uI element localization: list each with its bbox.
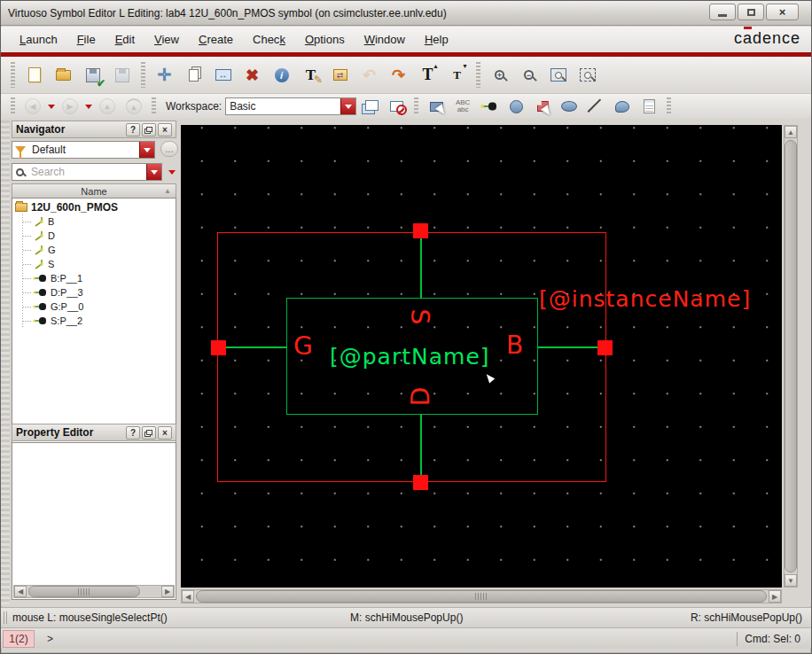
pin-tool-button[interactable] [479,97,500,116]
delete-button[interactable]: ✖ [240,63,264,87]
filter-dropdown-button[interactable] [139,142,154,158]
check-and-save-button[interactable]: ✔ [81,63,105,87]
toolbar-grip[interactable] [414,97,418,115]
pin-label-b[interactable]: B [506,331,523,360]
properties-button[interactable]: i [269,63,293,87]
back-dropdown-caret[interactable] [48,105,55,109]
tree-item-pin[interactable]: G:P__0 [15,300,176,314]
toolbar-grip[interactable] [667,97,671,115]
tree-item-cell[interactable]: 12U_600n_PMOS [15,200,176,214]
workspace-dropdown-button[interactable] [340,98,355,114]
decrease-text-size-button[interactable]: T▼ [445,63,469,87]
property-editor-float-button[interactable] [142,426,156,440]
toolbar-grip[interactable] [152,97,156,115]
instance-name-label[interactable]: [@instanceName] [539,286,751,312]
copy-button[interactable] [182,63,206,87]
scroll-left-button[interactable]: ◀ [14,586,27,597]
forward-dropdown-caret[interactable] [85,105,92,109]
toolbar-grip[interactable] [141,62,145,88]
undo-button[interactable]: ↶ [357,63,381,87]
pin-handle-left[interactable] [211,340,226,355]
close-button[interactable]: × [766,4,799,20]
symbol-canvas[interactable]: S D G B [@partName] [@instanceName] [181,125,782,588]
property-editor-close-button[interactable]: × [158,426,172,440]
scroll-thumb[interactable] [196,590,767,603]
scroll-thumb[interactable] [28,586,140,597]
pin-handle-top[interactable] [413,223,428,238]
title-bar[interactable]: Virtuoso Symbol Editor L Editing: lab4 1… [1,1,811,26]
zoom-to-selected-button[interactable] [575,63,599,87]
menu-check[interactable]: Check [245,30,293,49]
scroll-right-button[interactable]: ▶ [161,586,174,597]
zoom-fit-button[interactable] [546,63,570,87]
minimize-button[interactable] [709,4,736,20]
ellipse-tool-button[interactable] [558,97,580,116]
instance-tool-button[interactable] [532,97,553,116]
up-button[interactable]: ▲ [97,97,118,116]
new-cellview-button[interactable] [22,63,46,87]
part-name-label[interactable]: [@partName] [330,344,490,370]
menu-create[interactable]: Create [191,30,241,49]
save-button[interactable] [110,63,134,87]
move-button[interactable]: ✛ [152,63,176,87]
canvas-vscrollbar[interactable]: ▲ ▼ [784,125,798,588]
go-top-button[interactable]: ▲ [123,97,144,116]
search-options-caret[interactable] [168,170,176,175]
pin-stub-bottom[interactable] [420,415,422,475]
delete-workspace-button[interactable] [386,97,407,116]
navigator-help-button[interactable]: ? [126,123,140,136]
menu-edit[interactable]: Edit [107,30,143,49]
zoom-in-button[interactable]: + [488,63,511,87]
tree-item-pin[interactable]: D:P__3 [15,285,176,300]
navigator-float-button[interactable] [142,123,156,136]
filter-more-button[interactable]: … [160,141,178,157]
arc-tool-button[interactable] [612,97,633,116]
menu-launch[interactable]: Launch [12,30,66,49]
navigator-search-box[interactable]: Search [12,163,162,181]
back-button[interactable]: ◀ [22,97,43,116]
search-input[interactable]: Search [27,166,146,178]
menu-window[interactable]: Window [356,30,413,49]
pin-label-g[interactable]: G [293,331,313,361]
property-editor-button[interactable]: ⇄ [328,63,352,87]
search-dropdown-button[interactable] [146,164,161,180]
tree-item-wire[interactable]: S [15,257,176,271]
tree-item-wire[interactable]: B [15,214,176,229]
save-workspace-button[interactable] [359,97,380,116]
property-editor-hscrollbar[interactable]: ◀ ▶ [13,585,175,598]
redo-button[interactable]: ↷ [386,63,410,87]
label-tool-button[interactable]: ABCabc [452,97,473,116]
pin-stub-top[interactable] [420,237,422,298]
scroll-thumb[interactable] [785,140,797,572]
scroll-down-button[interactable]: ▼ [785,574,797,587]
workspace-combo[interactable]: Basic [225,97,356,115]
note-tool-button[interactable] [638,97,660,116]
edit-labels-button[interactable]: T✎ [299,63,323,87]
toolbar-grip[interactable] [11,62,15,88]
pin-stub-right[interactable] [538,346,599,348]
increase-text-size-button[interactable]: T▲ [416,63,440,87]
menu-help[interactable]: Help [417,30,457,49]
line-tool-button[interactable] [585,97,606,116]
navigator-filter-combo[interactable]: Default [12,141,155,159]
toolbar-grip[interactable] [476,62,480,88]
pin-stub-left[interactable] [224,346,286,348]
scroll-left-button[interactable]: ◀ [182,590,194,603]
property-editor-header[interactable]: Property Editor ? × [12,424,176,441]
pin-label-d[interactable]: D [406,387,435,407]
open-button[interactable] [51,63,75,87]
circle-tool-button[interactable] [505,97,527,116]
pin-handle-right[interactable] [597,340,613,355]
menu-file[interactable]: File [69,30,104,49]
tree-item-pin[interactable]: S:P__2 [15,314,176,328]
tree-item-wire[interactable]: D [15,229,176,243]
selection-tool-button[interactable] [426,97,447,116]
maximize-button[interactable] [738,4,764,20]
tree-item-pin[interactable]: B:P__1 [15,271,176,285]
pin-handle-bottom[interactable] [413,475,428,490]
canvas-hscrollbar[interactable]: ◀ ▶ [181,589,782,603]
zoom-out-button[interactable]: − [517,63,541,87]
menu-view[interactable]: View [146,30,187,49]
forward-button[interactable]: ▶ [59,97,81,116]
scroll-up-button[interactable]: ▲ [785,126,797,138]
